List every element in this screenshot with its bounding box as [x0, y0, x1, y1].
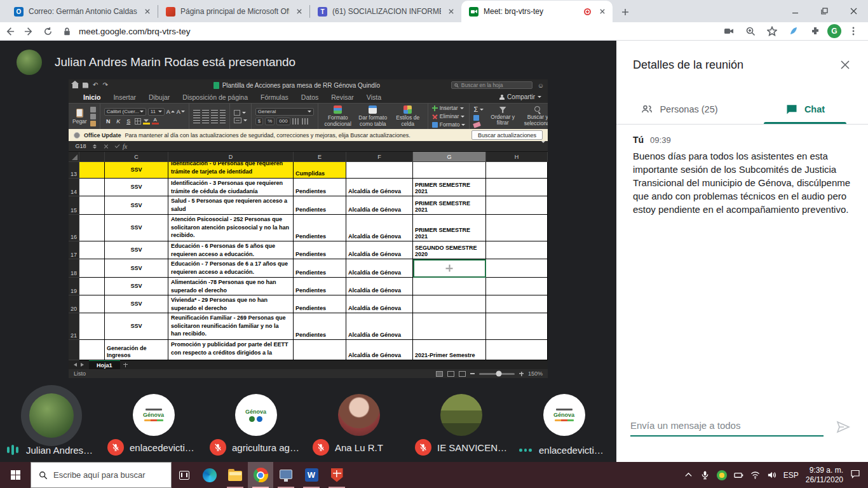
cell-g[interactable]: PRIMER SEMESTRE 2021 — [413, 196, 486, 215]
clock[interactable]: 9:39 a. m. 26/11/2020 — [806, 466, 843, 485]
notification-center-icon[interactable] — [850, 469, 860, 482]
merge-center-icon[interactable] — [234, 118, 241, 123]
align-right-icon[interactable] — [211, 118, 218, 123]
currency-button[interactable]: $ — [255, 118, 263, 125]
cell-g[interactable] — [413, 313, 486, 340]
ribbon-tab-dibujar[interactable]: Dibujar — [143, 92, 175, 102]
align-left-icon[interactable] — [193, 118, 200, 123]
minimize-button[interactable] — [780, 0, 810, 22]
profile-avatar[interactable]: G — [827, 24, 841, 38]
add-sheet-button[interactable] — [120, 363, 132, 367]
cell-d[interactable]: Promoción y publicidad por parte del EET… — [168, 340, 294, 360]
row-number[interactable]: 18 — [69, 259, 79, 278]
name-box[interactable]: G18 — [69, 143, 93, 149]
undo-icon[interactable]: ↶ — [93, 82, 98, 88]
page-break-view-icon[interactable] — [459, 371, 466, 377]
url-text[interactable]: meet.google.com/brq-vtrs-tey — [79, 27, 719, 36]
refresh-icon[interactable] — [38, 23, 57, 39]
bold-button[interactable]: N — [104, 118, 112, 125]
browser-menu-icon[interactable] — [844, 23, 863, 39]
antivirus-button[interactable] — [324, 462, 349, 488]
prev-sheet-icon[interactable] — [74, 363, 77, 367]
cell-d[interactable]: Educación - 6 Personas de 5 años que req… — [168, 241, 294, 259]
more-options-icon[interactable] — [518, 449, 533, 452]
zoom-knob[interactable] — [496, 371, 501, 377]
taskbar-search[interactable] — [31, 462, 172, 488]
decrease-decimal-icon[interactable] — [302, 118, 309, 125]
maximize-button[interactable] — [810, 0, 839, 22]
participant-tile[interactable]: Génova enlacedevicti… — [513, 381, 615, 462]
remote-desktop-button[interactable] — [273, 462, 299, 488]
zoom-in-icon[interactable] — [519, 372, 524, 376]
cell-h[interactable] — [486, 162, 548, 179]
format-as-table-button[interactable]: Dar formato como tabla — [357, 105, 389, 127]
zoom-slider[interactable] — [479, 373, 515, 375]
normal-view-icon[interactable] — [436, 371, 443, 377]
cell-f[interactable]: Alcaldía de Génova — [346, 179, 413, 196]
indent-icon[interactable] — [220, 118, 226, 123]
speaker-icon[interactable] — [767, 470, 776, 480]
cell-b[interactable] — [79, 241, 105, 259]
cell-b[interactable] — [79, 259, 105, 278]
lock-icon[interactable] — [57, 23, 76, 39]
cell-d[interactable]: Educación - 7 Personas de 6 a 17 años qu… — [168, 259, 294, 278]
fill-down-icon[interactable] — [473, 115, 479, 121]
tab-close-icon[interactable] — [597, 6, 607, 17]
column-header-f[interactable]: F — [346, 152, 413, 162]
thousands-button[interactable]: 000 — [276, 118, 290, 125]
cell-c[interactable]: SSV — [105, 295, 168, 313]
share-button[interactable]: Compartir — [499, 93, 541, 100]
tab-close-icon[interactable] — [142, 6, 153, 17]
cell-d[interactable]: Identificación - 0 Personas que requiere… — [168, 162, 294, 179]
zoom-page-icon[interactable] — [741, 23, 760, 39]
font-size-select[interactable]: 11 — [148, 108, 165, 116]
extension-feather-icon[interactable] — [784, 23, 803, 39]
number-format-select[interactable]: General — [255, 108, 314, 116]
chat-input[interactable] — [630, 417, 824, 435]
cell-e[interactable]: Pendientes — [294, 241, 346, 259]
cell-e[interactable]: Pendientes — [294, 295, 346, 313]
cell-f[interactable]: Alcaldía de Génova — [346, 196, 413, 215]
cell-c[interactable]: SSV — [105, 278, 168, 295]
cell-b[interactable] — [79, 278, 105, 295]
conditional-format-button[interactable]: Formato condicional — [322, 105, 354, 127]
cell-c[interactable]: SSV — [105, 196, 168, 215]
decrease-font-icon[interactable]: A — [177, 108, 185, 116]
percent-button[interactable]: % — [265, 118, 275, 125]
participant-tile[interactable]: Génova agricultura ag… — [205, 381, 307, 462]
cell-h[interactable] — [486, 295, 548, 313]
increase-font-icon[interactable]: A — [166, 108, 175, 116]
borders-icon[interactable] — [135, 118, 141, 125]
cell-f[interactable]: Alcaldía de Génova — [346, 241, 413, 259]
ribbon-tab-vista[interactable]: Vista — [361, 92, 387, 102]
column-header-e[interactable]: E — [294, 152, 346, 162]
sort-filter-button[interactable]: Ordenar y filtrar — [487, 107, 519, 126]
tab-teams[interactable]: T (61) SOCIALIZACION INFORME A — [310, 1, 461, 22]
participant-tile[interactable]: Ana Lu R.T — [308, 381, 410, 462]
cell-h[interactable] — [486, 179, 548, 196]
format-painter-icon[interactable] — [90, 121, 96, 126]
participant-tile[interactable]: Julian Andres… — [0, 381, 102, 462]
namebox-stepper-icon[interactable] — [93, 144, 97, 149]
cell-d[interactable]: Salud - 5 Personas que requieren acceso … — [168, 196, 294, 215]
zoom-level[interactable]: 150% — [528, 370, 543, 377]
cut-icon[interactable] — [90, 107, 96, 112]
autosum-icon[interactable]: Σ — [473, 105, 478, 113]
cell-e[interactable]: Cumplidas — [294, 162, 346, 179]
font-name-select[interactable]: Calibri (Cuer... — [104, 108, 146, 116]
cell-h[interactable] — [486, 313, 548, 340]
cell-g[interactable] — [413, 295, 486, 313]
cell-h[interactable] — [486, 215, 548, 241]
row-number[interactable] — [69, 340, 79, 360]
delete-cells-button[interactable]: Eliminar — [432, 113, 466, 119]
select-all-corner[interactable] — [69, 152, 79, 162]
cell-h[interactable] — [486, 259, 548, 278]
underline-button[interactable]: S — [125, 118, 133, 125]
align-middle-icon[interactable] — [202, 110, 209, 116]
copy-icon[interactable] — [90, 114, 96, 119]
find-select-button[interactable]: Buscar y seleccionar — [522, 106, 548, 126]
row-number[interactable]: 17 — [69, 241, 79, 259]
cell-c[interactable]: SSV — [105, 162, 168, 179]
language-indicator[interactable]: ESP — [783, 471, 799, 480]
row-number[interactable]: 13 — [69, 162, 79, 179]
